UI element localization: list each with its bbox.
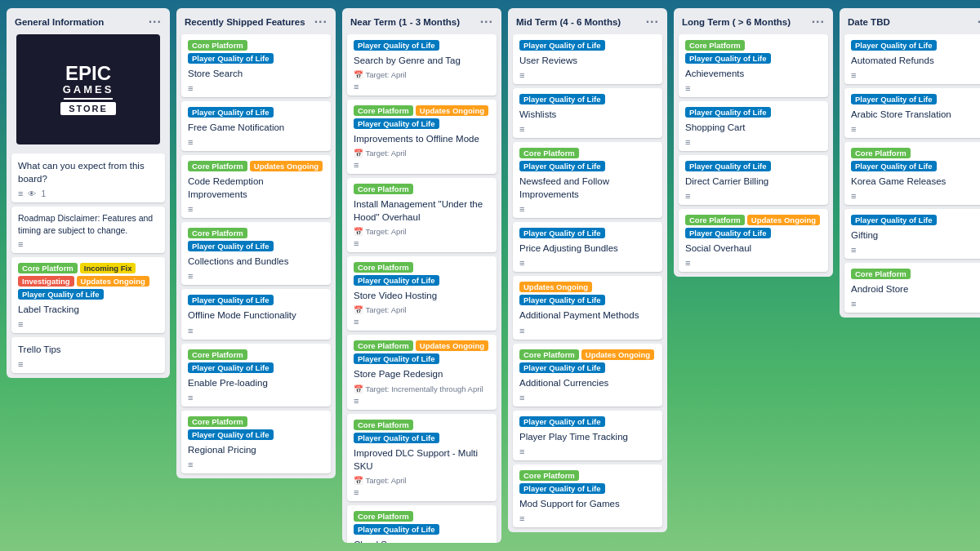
card-meta: ≡	[354, 82, 490, 91]
card-near-term-3[interactable]: Core PlatformPlayer Quality of LifeStore…	[347, 256, 497, 331]
card-title: Code Redemption Improvements	[188, 175, 324, 201]
tag-updates: Updates Ongoing	[77, 276, 149, 287]
tag-core: Core Platform	[519, 349, 579, 360]
card-near-term-5[interactable]: Core PlatformPlayer Quality of LifeImpro…	[347, 414, 497, 501]
card-long-term-2[interactable]: Player Quality of LifeDirect Carrier Bil…	[679, 155, 828, 205]
card-near-term-2[interactable]: Core PlatformInstall Management "Under t…	[347, 178, 497, 252]
card-title: Cloud Saves	[354, 538, 490, 543]
tag-player: Player Quality of Life	[519, 161, 605, 171]
tag-player: Player Quality of Life	[519, 94, 605, 104]
card-recently-shipped-0[interactable]: Core PlatformPlayer Quality of LifeStore…	[181, 34, 331, 97]
card-title: Install Management "Under the Hood" Over…	[354, 198, 490, 224]
label-tracking-card[interactable]: Core PlatformIncoming FixInvestigatingUp…	[11, 257, 165, 333]
card-meta: ≡	[851, 191, 980, 201]
lines-icon: ≡	[685, 191, 690, 201]
card-tags: Updates OngoingPlayer Quality of Life	[519, 282, 656, 305]
lines-icon: ≡	[188, 460, 193, 469]
tag-updates: Updates Ongoing	[416, 340, 488, 351]
tag-player: Player Quality of Life	[851, 161, 937, 171]
lines-icon: ≡	[354, 160, 359, 170]
card-meta: ≡	[851, 245, 980, 255]
tag-player: Player Quality of Life	[188, 241, 274, 251]
general-info-card-1[interactable]: What can you expect from this board? ≡👁 …	[11, 153, 165, 202]
column-menu-button[interactable]: ···	[978, 15, 980, 29]
column-menu-button[interactable]: ···	[314, 15, 327, 29]
card-long-term-1[interactable]: Player Quality of LifeShopping Cart≡	[679, 101, 828, 151]
card-tags: Core PlatformUpdates OngoingPlayer Quali…	[685, 215, 822, 238]
lines-icon: ≡	[18, 189, 23, 198]
card-mid-term-3[interactable]: Player Quality of LifePrice Adjusting Bu…	[513, 222, 662, 272]
lines-icon: ≡	[354, 317, 359, 327]
card-near-term-4[interactable]: Core PlatformUpdates OngoingPlayer Quali…	[347, 335, 497, 409]
card-tags: Player Quality of Life	[519, 228, 656, 238]
card-tags: Core PlatformPlayer Quality of Life	[354, 511, 490, 535]
disclaimer-card[interactable]: Roadmap Disclaimer: Features and timing …	[11, 207, 165, 252]
card-target: 📅 Target: April	[354, 305, 490, 314]
card-meta: ≡	[685, 83, 822, 93]
card-title: Social Overhaul	[685, 242, 822, 255]
lines-icon: ≡	[519, 124, 524, 134]
card-title: Label Tracking	[18, 303, 158, 316]
tag-core: Core Platform	[354, 105, 413, 116]
card-recently-shipped-5[interactable]: Core PlatformPlayer Quality of LifeEnabl…	[181, 344, 331, 407]
card-date-tbd-4[interactable]: Core PlatformAndroid Store≡	[844, 263, 980, 313]
card-mid-term-4[interactable]: Updates OngoingPlayer Quality of LifeAdd…	[513, 276, 662, 339]
card-tags: Player Quality of Life	[851, 40, 980, 51]
card-mid-term-1[interactable]: Player Quality of LifeWishlists≡	[513, 88, 662, 138]
tag-investigating: Investigating	[18, 276, 74, 287]
column-menu-button[interactable]: ···	[646, 15, 659, 29]
lines-icon: ≡	[519, 326, 524, 335]
card-meta: ≡	[354, 238, 490, 248]
card-mid-term-6[interactable]: Player Quality of LifePlayer Play Time T…	[513, 411, 662, 460]
tag-player: Player Quality of Life	[188, 429, 274, 440]
card-meta: ≡	[685, 137, 822, 147]
epic-games-logo: EPIC GAMES STORE	[16, 34, 160, 144]
tag-player: Player Quality of Life	[685, 228, 771, 238]
card-mid-term-7[interactable]: Core PlatformPlayer Quality of LifeMod S…	[513, 464, 662, 527]
trello-tips-card[interactable]: Trello Tips ≡	[11, 337, 165, 373]
tag-player: Player Quality of Life	[354, 524, 439, 535]
card-tags: Core PlatformUpdates OngoingPlayer Quali…	[354, 105, 490, 129]
card-meta: ≡	[519, 70, 656, 80]
card-recently-shipped-6[interactable]: Core PlatformPlayer Quality of LifeRegio…	[181, 411, 331, 473]
card-date-tbd-2[interactable]: Core PlatformPlayer Quality of LifeKorea…	[844, 142, 980, 205]
card-meta: ≡	[851, 299, 980, 309]
card-meta: ≡	[519, 326, 656, 335]
column-header-long-term: Long Term ( > 6 Months)···	[674, 8, 833, 34]
card-mid-term-5[interactable]: Core PlatformUpdates OngoingPlayer Quali…	[513, 344, 662, 407]
column-menu-button[interactable]: ···	[480, 15, 493, 29]
card-title: Arabic Store Translation	[851, 108, 980, 121]
tag-player: Player Quality of Life	[354, 40, 439, 51]
tag-core: Core Platform	[354, 420, 413, 430]
card-date-tbd-1[interactable]: Player Quality of LifeArabic Store Trans…	[844, 88, 980, 138]
column-menu-button[interactable]: ···	[812, 15, 825, 29]
column-title-mid-term: Mid Term (4 - 6 Months)	[516, 17, 646, 27]
card-near-term-1[interactable]: Core PlatformUpdates OngoingPlayer Quali…	[347, 100, 497, 174]
card-recently-shipped-3[interactable]: Core PlatformPlayer Quality of LifeColle…	[181, 222, 331, 285]
card-recently-shipped-1[interactable]: Player Quality of LifeFree Game Notifica…	[181, 101, 331, 151]
card-tags: Player Quality of Life	[685, 161, 822, 171]
card-recently-shipped-2[interactable]: Core PlatformUpdates OngoingCode Redempt…	[181, 155, 331, 218]
card-long-term-3[interactable]: Core PlatformUpdates OngoingPlayer Quali…	[679, 209, 828, 272]
card-mid-term-0[interactable]: Player Quality of LifeUser Reviews≡	[513, 34, 662, 84]
card-recently-shipped-4[interactable]: Player Quality of LifeOffline Mode Funct…	[181, 289, 331, 339]
card-meta: ≡	[519, 447, 656, 456]
card-title: Shopping Cart	[685, 121, 822, 134]
card-mid-term-2[interactable]: Core PlatformPlayer Quality of LifeNewsf…	[513, 142, 662, 218]
tag-player: Player Quality of Life	[354, 433, 439, 443]
card-near-term-6[interactable]: Core PlatformPlayer Quality of LifeCloud…	[347, 505, 497, 543]
card-date-tbd-3[interactable]: Player Quality of LifeGifting≡	[844, 209, 980, 259]
column-title-long-term: Long Term ( > 6 Months)	[682, 17, 812, 27]
card-title: Improved DLC Support - Multi SKU	[354, 447, 490, 473]
tag-core: Core Platform	[188, 349, 247, 360]
lines-icon: ≡	[354, 487, 359, 497]
tag-core: Core Platform	[18, 263, 78, 273]
card-tags: Player Quality of Life	[188, 295, 324, 305]
card-long-term-0[interactable]: Core PlatformPlayer Quality of LifeAchie…	[679, 34, 828, 97]
card-tags: Core PlatformPlayer Quality of Life	[188, 416, 324, 440]
card-near-term-0[interactable]: Player Quality of LifeSearch by Genre an…	[347, 34, 497, 96]
card-date-tbd-0[interactable]: Player Quality of LifeAutomated Refunds≡	[844, 34, 980, 84]
tag-player: Player Quality of Life	[519, 228, 605, 238]
column-menu-button[interactable]: ···	[149, 15, 162, 29]
card-title: Direct Carrier Billing	[685, 175, 822, 188]
